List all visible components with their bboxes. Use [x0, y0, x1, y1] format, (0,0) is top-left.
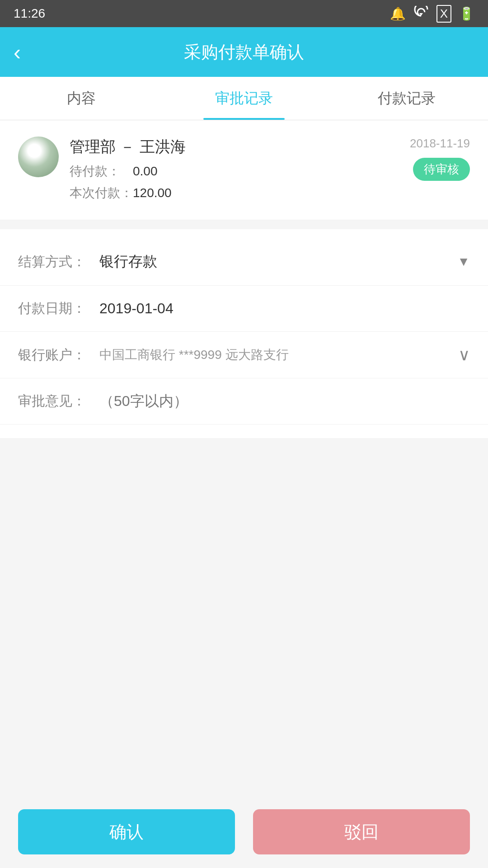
settlement-row: 结算方式： 银行存款 ▼ — [0, 238, 488, 286]
payment-date-value: 2019-01-04 — [99, 300, 174, 317]
approval-comment-label: 审批意见： — [18, 392, 99, 410]
status-bar: 11:26 🔔 X 🔋 — [0, 0, 488, 27]
battery-icon: 🔋 — [459, 6, 474, 21]
tab-bar: 内容 审批记录 付款记录 — [0, 77, 488, 120]
user-card: 管理部 － 王洪海 待付款： 0.00 本次付款： 120.00 2018-11… — [0, 120, 488, 220]
sim-icon: X — [436, 5, 451, 23]
settlement-label: 结算方式： — [18, 253, 99, 271]
payment-date-label: 付款日期： — [18, 299, 99, 318]
user-meta: 2018-11-19 待审核 — [410, 137, 470, 181]
bell-icon: 🔔 — [390, 6, 406, 21]
record-date: 2018-11-19 — [410, 137, 470, 151]
payment-amount-row: 本次付款： 120.00 — [70, 184, 410, 202]
user-info: 管理部 － 王洪海 待付款： 0.00 本次付款： 120.00 — [70, 137, 410, 206]
bank-account-dropdown-icon: ∨ — [458, 345, 470, 364]
payment-value: 120.00 — [133, 186, 172, 200]
bank-account-row: 银行账户： 中国工商银行 ***9999 远大路支行 ∨ — [0, 332, 488, 378]
tab-payment[interactable]: 付款记录 — [325, 77, 488, 120]
back-icon: ‹ — [14, 40, 21, 64]
avatar — [18, 137, 59, 177]
status-badge: 待审核 — [413, 158, 470, 181]
settlement-value: 银行存款 — [99, 252, 157, 272]
avatar-image — [18, 137, 59, 177]
tab-approval-label: 审批记录 — [215, 89, 273, 108]
bottom-action-bar: 确认 驳回 — [0, 796, 488, 868]
status-time: 11:26 — [14, 6, 45, 21]
confirm-button[interactable]: 确认 — [18, 809, 235, 854]
settlement-value-container[interactable]: 银行存款 ▼ — [99, 252, 470, 272]
pending-amount-row: 待付款： 0.00 — [70, 163, 410, 180]
bank-account-label: 银行账户： — [18, 346, 99, 364]
payment-label: 本次付款： — [70, 184, 133, 202]
wifi-icon — [413, 6, 429, 22]
bank-account-value: 中国工商银行 ***9999 远大路支行 — [99, 346, 289, 363]
form-section: 结算方式： 银行存款 ▼ 付款日期： 2019-01-04 银行账户： 中国工商… — [0, 229, 488, 438]
confirm-label: 确认 — [109, 821, 144, 844]
pending-value: 0.00 — [133, 164, 158, 179]
reject-label: 驳回 — [344, 821, 379, 844]
payment-date-value-container[interactable]: 2019-01-04 — [99, 300, 470, 317]
back-button[interactable]: ‹ — [14, 40, 21, 65]
page-title: 采购付款单确认 — [184, 41, 304, 64]
tab-payment-label: 付款记录 — [378, 89, 436, 108]
status-icons: 🔔 X 🔋 — [390, 5, 474, 23]
pending-label: 待付款： — [70, 163, 133, 180]
bank-account-value-container[interactable]: 中国工商银行 ***9999 远大路支行 ∨ — [99, 345, 470, 364]
payment-date-row: 付款日期： 2019-01-04 — [0, 286, 488, 332]
user-department-name: 管理部 － 王洪海 — [70, 137, 410, 157]
approval-comment-row: 审批意见： — [0, 378, 488, 425]
settlement-dropdown-icon: ▼ — [457, 255, 470, 269]
app-header: ‹ 采购付款单确认 — [0, 27, 488, 77]
tab-content-label: 内容 — [67, 89, 96, 108]
tab-content[interactable]: 内容 — [0, 77, 163, 120]
reject-button[interactable]: 驳回 — [253, 809, 470, 854]
tab-approval[interactable]: 审批记录 — [163, 77, 325, 120]
approval-comment-input[interactable] — [99, 393, 470, 410]
